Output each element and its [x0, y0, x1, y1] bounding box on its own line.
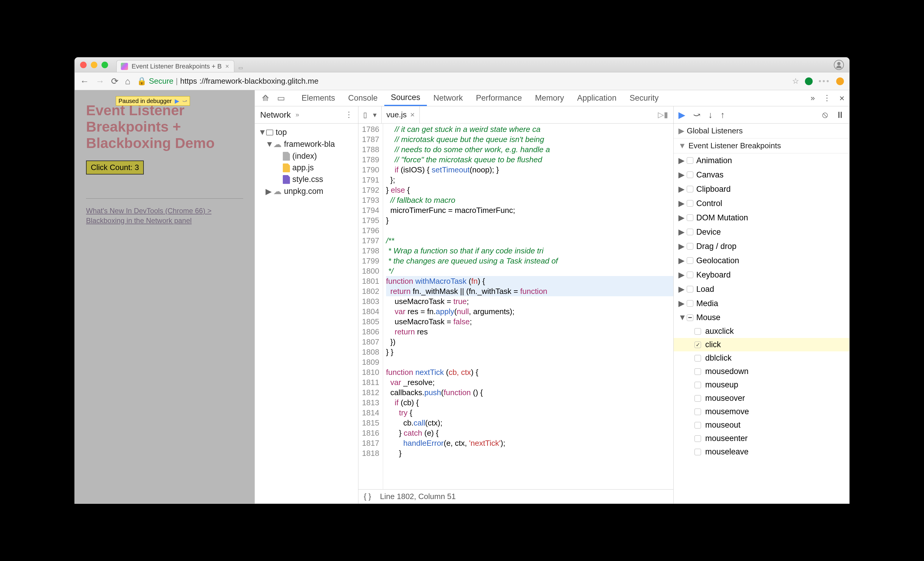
checkbox-icon[interactable] [694, 342, 701, 348]
checkbox-icon[interactable] [694, 355, 701, 362]
checkbox-icon[interactable] [687, 257, 693, 264]
checkbox-icon[interactable] [694, 422, 701, 429]
pretty-print-icon[interactable]: { } [364, 492, 371, 501]
checkbox-icon[interactable] [687, 229, 693, 235]
event-mouseout[interactable]: mouseout [674, 418, 849, 432]
event-dblclick[interactable]: dblclick [674, 351, 849, 365]
back-button[interactable]: ← [80, 76, 89, 86]
pause-exceptions-icon[interactable]: ⏸ [836, 110, 844, 120]
event-category-load[interactable]: ▶Load [674, 282, 849, 296]
extension-orange-icon[interactable] [836, 77, 844, 85]
devtools-tab-elements[interactable]: Elements [295, 90, 342, 106]
tree-top[interactable]: ▼top [257, 126, 356, 138]
event-mouseover[interactable]: mouseover [674, 392, 849, 405]
event-mouseup[interactable]: mouseup [674, 378, 849, 392]
event-breakpoints-section[interactable]: ▼Event Listener Breakpoints [674, 138, 849, 153]
event-category-canvas[interactable]: ▶Canvas [674, 168, 849, 182]
checkbox-icon[interactable] [687, 157, 693, 164]
file-tab-vuejs[interactable]: vue.js × [382, 106, 420, 123]
bookmark-icon[interactable]: ☆ [792, 76, 799, 86]
line-gutter[interactable]: 1786178717881789179017911792179317941795… [358, 124, 383, 489]
profile-icon[interactable] [834, 60, 844, 70]
resume-icon[interactable]: ▶ [678, 110, 685, 120]
devtools-tab-network[interactable]: Network [427, 90, 470, 106]
devtools-tab-memory[interactable]: Memory [528, 90, 571, 106]
checkbox-icon[interactable] [694, 395, 701, 402]
step-into-icon[interactable]: ↓ [708, 110, 712, 120]
checkbox-icon[interactable] [687, 200, 693, 207]
checkbox-icon[interactable] [687, 214, 693, 221]
devtools-tab-security[interactable]: Security [623, 90, 665, 106]
browser-tab[interactable]: Event Listener Breakpoints + B × [116, 60, 234, 72]
extension-dots-icon[interactable]: ••• [819, 76, 830, 86]
checkbox-icon[interactable] [694, 408, 701, 415]
event-auxclick[interactable]: auxclick [674, 325, 849, 338]
checkbox-icon[interactable] [687, 243, 693, 249]
checkbox-icon[interactable] [687, 286, 693, 292]
tree-file-stylecss[interactable]: style.css [257, 174, 356, 185]
event-category-geolocation[interactable]: ▶Geolocation [674, 254, 849, 268]
more-tabs-icon[interactable]: » [811, 93, 815, 103]
deactivate-breakpoints-icon[interactable]: ⦸ [822, 110, 828, 120]
new-tab-button[interactable]: ▭ [236, 63, 246, 72]
checkbox-icon[interactable] [687, 171, 693, 178]
step-mini-icon[interactable]: ⤻ [182, 98, 187, 105]
checkbox-icon[interactable] [687, 272, 693, 278]
event-category-media[interactable]: ▶Media [674, 296, 849, 310]
forward-button[interactable]: → [96, 76, 105, 86]
toggle-drawer-icon[interactable]: ▾ [373, 111, 376, 119]
tree-file-appjs[interactable]: app.js [257, 162, 356, 174]
step-out-icon[interactable]: ↑ [720, 110, 725, 120]
devtools-tab-performance[interactable]: Performance [470, 90, 529, 106]
extension-green-icon[interactable] [805, 77, 813, 85]
event-category-control[interactable]: ▶Control [674, 196, 849, 210]
event-category-drag-drop[interactable]: ▶Drag / drop [674, 239, 849, 254]
navigator-menu-icon[interactable]: ⋮ [345, 110, 353, 119]
tree-domain[interactable]: ▼☁framework-bla [257, 138, 356, 150]
maximize-window-icon[interactable] [102, 62, 108, 68]
event-mousedown[interactable]: mousedown [674, 365, 849, 378]
devtools-tab-console[interactable]: Console [342, 90, 384, 106]
toggle-navigator-icon[interactable]: ▯ [363, 111, 367, 119]
checkbox-icon[interactable] [694, 368, 701, 375]
event-category-clipboard[interactable]: ▶Clipboard [674, 182, 849, 196]
event-category-keyboard[interactable]: ▶Keyboard [674, 268, 849, 282]
code-lines[interactable]: // it can get stuck in a weird state whe… [383, 124, 674, 489]
navigator-more-icon[interactable]: » [296, 111, 299, 119]
close-devtools-icon[interactable]: × [839, 93, 844, 104]
close-file-icon[interactable]: × [410, 110, 415, 119]
devtools-menu-icon[interactable]: ⋮ [823, 93, 831, 103]
event-category-mouse[interactable]: ▼Mouse [674, 310, 849, 325]
address-bar[interactable]: 🔒 Secure | https://framework-blackboxing… [137, 76, 318, 86]
checkbox-icon[interactable] [694, 382, 701, 388]
event-click[interactable]: click [674, 338, 849, 351]
global-listeners-section[interactable]: ▶Global Listeners [674, 124, 849, 138]
devtools-tab-application[interactable]: Application [571, 90, 623, 106]
resume-mini-icon[interactable]: ▶ [175, 98, 179, 105]
event-mousemove[interactable]: mousemove [674, 405, 849, 418]
tree-cdn[interactable]: ▶☁unpkg.com [257, 185, 356, 197]
device-toggle-icon[interactable]: ▭ [275, 93, 287, 103]
checkbox-icon[interactable] [687, 186, 693, 192]
event-category-device[interactable]: ▶Device [674, 225, 849, 239]
close-tab-icon[interactable]: × [225, 63, 229, 70]
checkbox-icon[interactable] [687, 315, 693, 321]
devtools-tab-sources[interactable]: Sources [384, 90, 427, 106]
event-category-animation[interactable]: ▶Animation [674, 153, 849, 168]
checkbox-icon[interactable] [694, 435, 701, 442]
run-snippet-icon[interactable]: ▷▮ [652, 110, 674, 119]
step-over-icon[interactable]: ⤻ [693, 110, 700, 120]
inspect-icon[interactable]: ⟰ [260, 93, 271, 103]
event-category-dom-mutation[interactable]: ▶DOM Mutation [674, 210, 849, 225]
minimize-window-icon[interactable] [91, 62, 98, 68]
close-window-icon[interactable] [80, 62, 87, 68]
event-mouseleave[interactable]: mouseleave [674, 445, 849, 459]
reload-button[interactable]: ⟳ [111, 76, 118, 86]
checkbox-icon[interactable] [687, 300, 693, 307]
tree-file-index[interactable]: (index) [257, 150, 356, 162]
navigator-tab[interactable]: Network [260, 110, 291, 120]
home-button[interactable]: ⌂ [125, 76, 130, 86]
checkbox-icon[interactable] [694, 328, 701, 335]
event-mouseenter[interactable]: mouseenter [674, 432, 849, 445]
checkbox-icon[interactable] [694, 449, 701, 455]
